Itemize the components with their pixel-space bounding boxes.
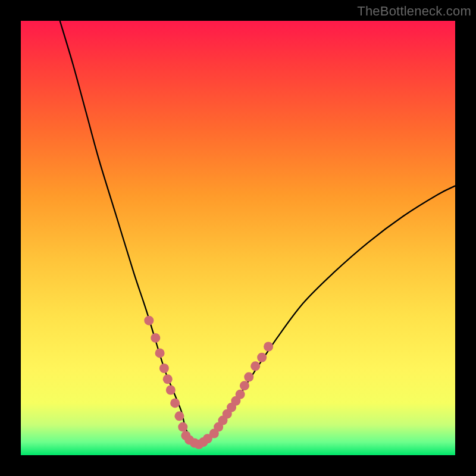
marker-dot <box>257 353 267 362</box>
marker-dot <box>240 381 249 390</box>
marker-dot <box>264 342 273 352</box>
marker-dot <box>159 364 169 373</box>
marker-dot <box>144 316 154 325</box>
marker-dot <box>166 386 176 395</box>
marker-dot <box>163 374 173 384</box>
marker-dot <box>174 411 184 421</box>
highlight-dots <box>144 316 273 449</box>
marker-dot <box>250 361 260 371</box>
curve-line <box>60 21 455 443</box>
marker-dot <box>170 398 180 408</box>
marker-dot <box>178 422 187 432</box>
bottleneck-curve <box>60 21 455 443</box>
watermark-label: TheBottleneck.com <box>357 4 471 19</box>
chart-svg <box>21 21 455 455</box>
chart-canvas: TheBottleneck.com <box>0 0 476 476</box>
marker-dot <box>236 390 245 399</box>
marker-dot <box>244 372 253 382</box>
marker-dot <box>151 333 160 343</box>
plot-area <box>21 21 455 455</box>
marker-dot <box>155 348 165 358</box>
